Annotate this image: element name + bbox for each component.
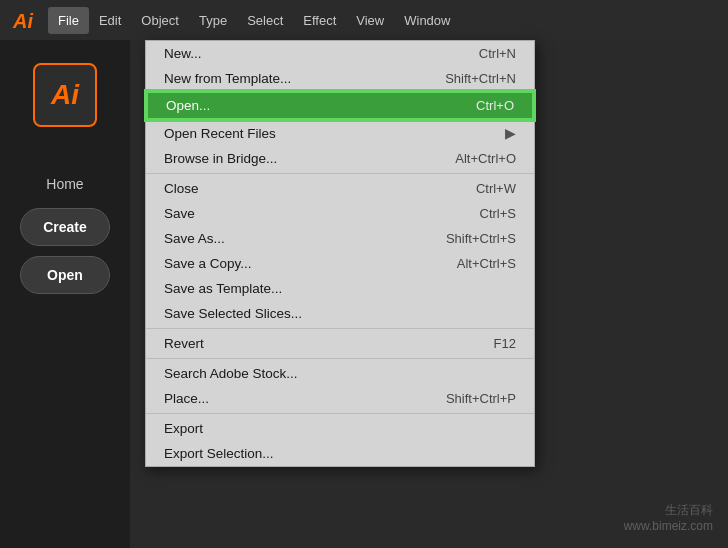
sidebar-logo-container: Ai	[30, 60, 100, 130]
menu-edit[interactable]: Edit	[89, 7, 131, 34]
separator-1	[146, 173, 534, 174]
menu-view[interactable]: View	[346, 7, 394, 34]
menu-item-place-label: Place...	[164, 391, 209, 406]
menu-item-export-selection-label: Export Selection...	[164, 446, 274, 461]
menu-effect[interactable]: Effect	[293, 7, 346, 34]
menu-window[interactable]: Window	[394, 7, 460, 34]
sidebar: Ai Home Create Open	[0, 40, 130, 548]
menu-item-save-as-label: Save As...	[164, 231, 225, 246]
menu-item-close-shortcut: Ctrl+W	[476, 181, 516, 196]
menu-item-save-label: Save	[164, 206, 195, 221]
menu-item-place-shortcut: Shift+Ctrl+P	[446, 391, 516, 406]
menu-item-save-copy-label: Save a Copy...	[164, 256, 252, 271]
open-recent-arrow-icon: ▶	[505, 125, 516, 141]
menu-item-save-copy[interactable]: Save a Copy... Alt+Ctrl+S	[146, 251, 534, 276]
menu-item-save-slices[interactable]: Save Selected Slices...	[146, 301, 534, 326]
menu-item-new-shortcut: Ctrl+N	[479, 46, 516, 61]
menu-select[interactable]: Select	[237, 7, 293, 34]
menu-item-open[interactable]: Open... Ctrl+O	[146, 91, 534, 120]
menu-item-revert-label: Revert	[164, 336, 204, 351]
menu-item-browse-bridge-label: Browse in Bridge...	[164, 151, 277, 166]
sidebar-logo-text: Ai	[51, 79, 79, 111]
menu-item-export-label: Export	[164, 421, 203, 436]
menu-item-new-template-shortcut: Shift+Ctrl+N	[445, 71, 516, 86]
menu-item-browse-bridge[interactable]: Browse in Bridge... Alt+Ctrl+O	[146, 146, 534, 171]
sidebar-open-button[interactable]: Open	[20, 256, 110, 294]
menu-type[interactable]: Type	[189, 7, 237, 34]
menu-object[interactable]: Object	[131, 7, 189, 34]
menu-item-place[interactable]: Place... Shift+Ctrl+P	[146, 386, 534, 411]
menu-item-export[interactable]: Export	[146, 416, 534, 441]
menu-item-browse-bridge-shortcut: Alt+Ctrl+O	[455, 151, 516, 166]
menu-item-new-template[interactable]: New from Template... Shift+Ctrl+N	[146, 66, 534, 91]
menu-bar: Ai File Edit Object Type Select Effect V…	[0, 0, 728, 40]
menu-item-open-recent-label: Open Recent Files	[164, 126, 276, 141]
file-dropdown-menu: New... Ctrl+N New from Template... Shift…	[145, 40, 535, 467]
sidebar-logo: Ai	[33, 63, 97, 127]
separator-3	[146, 358, 534, 359]
menu-item-open-shortcut: Ctrl+O	[476, 98, 514, 113]
menu-item-close[interactable]: Close Ctrl+W	[146, 176, 534, 201]
menu-item-open-label: Open...	[166, 98, 210, 113]
menu-item-revert[interactable]: Revert F12	[146, 331, 534, 356]
menu-item-save-as[interactable]: Save As... Shift+Ctrl+S	[146, 226, 534, 251]
menu-item-save-slices-label: Save Selected Slices...	[164, 306, 302, 321]
menu-item-revert-shortcut: F12	[494, 336, 516, 351]
app-logo: Ai	[8, 4, 40, 36]
menu-item-save-template-label: Save as Template...	[164, 281, 282, 296]
separator-4	[146, 413, 534, 414]
svg-text:Ai: Ai	[12, 10, 33, 32]
menu-item-export-selection[interactable]: Export Selection...	[146, 441, 534, 466]
menu-item-open-recent[interactable]: Open Recent Files ▶	[146, 120, 534, 146]
menu-item-save-as-shortcut: Shift+Ctrl+S	[446, 231, 516, 246]
sidebar-create-button[interactable]: Create	[20, 208, 110, 246]
menu-item-save-shortcut: Ctrl+S	[480, 206, 516, 221]
menu-item-new-template-label: New from Template...	[164, 71, 291, 86]
menu-item-search-stock-label: Search Adobe Stock...	[164, 366, 298, 381]
menu-file[interactable]: File	[48, 7, 89, 34]
menu-item-save[interactable]: Save Ctrl+S	[146, 201, 534, 226]
menu-item-new[interactable]: New... Ctrl+N	[146, 41, 534, 66]
menu-item-save-copy-shortcut: Alt+Ctrl+S	[457, 256, 516, 271]
sidebar-home[interactable]: Home	[0, 170, 130, 198]
menu-item-save-template[interactable]: Save as Template...	[146, 276, 534, 301]
menu-item-close-label: Close	[164, 181, 199, 196]
separator-2	[146, 328, 534, 329]
menu-item-search-stock[interactable]: Search Adobe Stock...	[146, 361, 534, 386]
menu-item-new-label: New...	[164, 46, 202, 61]
